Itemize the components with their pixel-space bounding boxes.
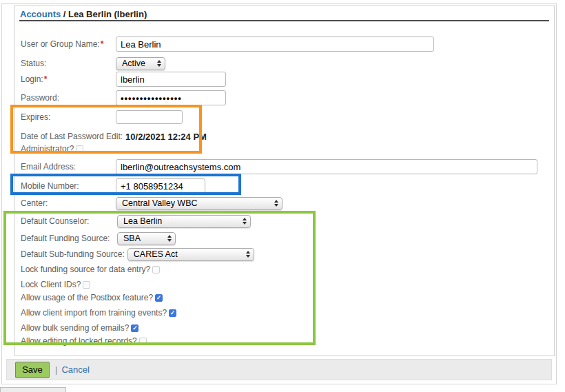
center-select[interactable]: Central Valley WBC [116,197,282,210]
postbox-label: Allow usage of the Postbox feature? [21,293,153,302]
row-password: Password: [21,90,226,106]
user-group-name-input[interactable] [116,37,434,52]
expires-input[interactable] [116,110,183,124]
login-label: Login:* [21,74,116,84]
locked-records-checkbox[interactable] [139,338,147,345]
password-label: Password: [21,93,116,103]
row-locked-records: Allow editing of locked records? [21,335,147,347]
mobile-input[interactable] [116,178,205,194]
login-input[interactable] [116,72,226,87]
breadcrumb-accounts-link[interactable]: Accounts [20,9,61,19]
default-subfunding-source-select[interactable]: CARES Act [127,248,254,261]
row-default-subfunding-source: Default Sub-funding Source: CARES Act [21,247,254,262]
lock-client-ids-label: Lock Client IDs? [21,280,81,289]
default-counselor-label: Default Counselor: [21,216,117,226]
row-default-funding-source: Default Funding Source: SBA [21,231,176,246]
email-input[interactable] [116,159,537,174]
breadcrumb-current: Lea Berlin (lberlin) [68,9,147,19]
mobile-label: Mobile Number: [21,181,116,191]
default-subfunding-source-label: Default Sub-funding Source: [21,249,127,259]
lock-funding-label: Lock funding source for data entry? [21,265,150,274]
row-login: Login:* [21,71,226,87]
bulk-emails-label: Allow bulk sending of emails? [21,323,129,333]
email-label: Email Address: [21,162,116,172]
user-group-name-label: User or Group Name:* [21,39,116,49]
row-last-password-edit: Date of Last Password Edit: 10/2/2021 12… [21,130,207,143]
updown-arrows-icon [274,200,278,207]
row-status: Status: Active [21,55,165,72]
updown-arrows-icon [157,60,161,67]
row-postbox: Allow usage of the Postbox feature? [21,291,163,304]
header-rule [19,20,549,21]
required-asterisk: * [101,39,104,49]
default-funding-source-select[interactable]: SBA [117,232,176,245]
client-import-checkbox[interactable] [169,309,176,317]
status-select[interactable]: Active [116,57,165,70]
default-funding-source-label: Default Funding Source: [21,234,117,243]
updown-arrows-icon [243,218,247,225]
password-input[interactable] [116,90,226,105]
footer-bar: Save | Cancel [6,359,552,380]
row-lock-client-ids: Lock Client IDs? [21,278,90,291]
locked-records-label: Allow editing of locked records? [21,336,137,346]
row-default-counselor: Default Counselor: Lea Berlin [21,214,251,229]
last-password-edit-label: Date of Last Password Edit: [21,132,125,141]
center-label: Center: [21,198,116,208]
required-asterisk: * [44,74,48,84]
row-expires: Expires: [21,109,183,125]
breadcrumb: Accounts / Lea Berlin (lberlin) [20,9,147,19]
administrator-checkbox[interactable] [76,145,83,153]
row-user-group-name: User or Group Name:* [21,36,434,52]
row-client-import: Allow client import from training events… [21,307,176,319]
lock-funding-checkbox[interactable] [152,266,160,274]
account-edit-page: Accounts / Lea Berlin (lberlin) User or … [0,0,565,392]
cancel-link[interactable]: Cancel [61,364,89,375]
breadcrumb-separator: / [61,9,68,19]
updown-arrows-icon [246,251,250,258]
footer-separator: | [55,364,57,375]
administrator-label: Administrator? [21,144,74,154]
expires-label: Expires: [21,112,116,122]
row-lock-funding: Lock funding source for data entry? [21,263,160,276]
bulk-emails-checkbox[interactable] [131,324,138,332]
lock-client-ids-checkbox[interactable] [83,281,90,289]
row-bulk-emails: Allow bulk sending of emails? [21,322,138,334]
row-center: Center: Central Valley WBC [21,196,282,211]
last-password-edit-value: 10/2/2021 12:24 PM [125,132,207,142]
partial-bottom-element [0,387,66,392]
row-administrator: Administrator? [21,143,83,155]
client-import-label: Allow client import from training events… [21,308,167,318]
row-mobile: Mobile Number: [21,178,205,194]
postbox-checkbox[interactable] [155,294,163,302]
updown-arrows-icon [167,235,172,242]
row-email: Email Address: [21,158,537,175]
status-label: Status: [21,59,116,68]
save-button[interactable]: Save [15,362,50,378]
default-counselor-select[interactable]: Lea Berlin [117,215,251,228]
